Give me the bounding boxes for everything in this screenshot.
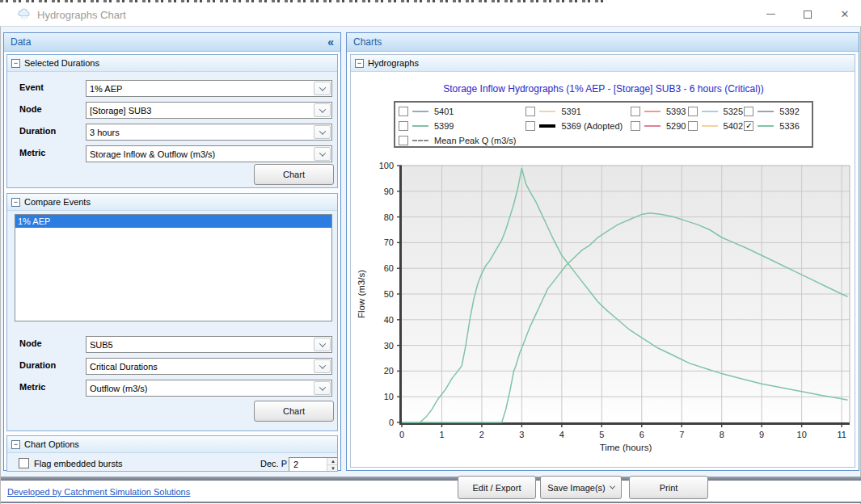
window-title: Hydrographs Chart bbox=[37, 9, 126, 21]
flag-embedded-bursts-checkbox[interactable] bbox=[19, 458, 29, 468]
collapse-group-icon[interactable]: − bbox=[355, 59, 364, 68]
print-button[interactable]: Print bbox=[629, 476, 708, 499]
node-dropdown-button[interactable] bbox=[314, 103, 331, 117]
data-panel: Data « − Selected Durations Event 1% AEP… bbox=[3, 32, 341, 471]
legend-item: 5402 bbox=[688, 121, 745, 131]
duration-dropdown-button[interactable] bbox=[314, 125, 331, 139]
svg-text:30: 30 bbox=[384, 341, 394, 351]
compare-events-listbox[interactable]: 1% AEP bbox=[15, 214, 332, 321]
legend-line-swatch bbox=[412, 140, 428, 141]
chevron-down-icon bbox=[319, 84, 325, 90]
dec-p-spinner[interactable]: 2 ▲ ▼ bbox=[289, 457, 338, 472]
svg-text:5: 5 bbox=[599, 430, 604, 439]
compare-events-title: Compare Events bbox=[24, 197, 91, 207]
window-bottom-border bbox=[1, 502, 861, 503]
duration-combobox[interactable]: 3 hours bbox=[86, 124, 332, 141]
chart-button-durations[interactable]: Chart bbox=[254, 164, 334, 185]
compare-metric-label: Metric bbox=[19, 382, 45, 392]
event-value: 1% AEP bbox=[87, 84, 313, 94]
close-button[interactable]: ✕ bbox=[828, 2, 861, 26]
legend-label: 5325 bbox=[724, 107, 743, 116]
spinner-up-icon[interactable]: ▲ bbox=[327, 458, 338, 465]
chevron-down-icon bbox=[319, 128, 325, 134]
legend-line-swatch bbox=[758, 111, 774, 112]
compare-events-group: − Compare Events 1% AEP Node SUB5 Durati… bbox=[6, 193, 338, 431]
svg-text:11: 11 bbox=[837, 430, 846, 439]
collapse-group-icon[interactable]: − bbox=[11, 59, 20, 68]
window-body: Data « − Selected Durations Event 1% AEP… bbox=[0, 27, 861, 504]
legend-label: 5399 bbox=[434, 121, 454, 131]
event-label: Event bbox=[19, 82, 44, 92]
compare-node-combobox[interactable]: SUB5 bbox=[86, 336, 332, 353]
spinner-down-icon[interactable]: ▼ bbox=[327, 465, 338, 472]
legend-checkbox[interactable] bbox=[399, 136, 408, 145]
chevron-down-icon bbox=[319, 106, 325, 112]
event-dropdown-button[interactable] bbox=[314, 82, 331, 95]
chart-area: Storage Inflow Hydrographs (1% AEP - [St… bbox=[353, 74, 854, 466]
chevron-down-icon bbox=[319, 340, 325, 346]
svg-text:6: 6 bbox=[639, 430, 644, 439]
chevron-down-icon bbox=[319, 362, 325, 368]
legend-checkbox[interactable] bbox=[525, 121, 535, 131]
selected-durations-header: − Selected Durations bbox=[7, 55, 337, 72]
chart-title: Storage Inflow Hydrographs (1% AEP - [St… bbox=[353, 83, 854, 94]
legend-checkbox[interactable] bbox=[631, 121, 640, 131]
svg-text:80: 80 bbox=[384, 212, 394, 222]
compare-node-dropdown-button[interactable] bbox=[314, 338, 331, 351]
legend-line-swatch bbox=[644, 111, 661, 112]
legend-checkbox[interactable] bbox=[631, 107, 640, 116]
svg-text:50: 50 bbox=[384, 289, 394, 299]
legend-line-swatch bbox=[702, 125, 718, 127]
legend-item: 5369 (Adopted) bbox=[525, 121, 631, 131]
legend-checkbox[interactable] bbox=[744, 107, 753, 116]
collapse-panel-icon[interactable]: « bbox=[327, 36, 334, 48]
selected-durations-title: Selected Durations bbox=[24, 58, 99, 68]
compare-duration-combobox[interactable]: Critical Durations bbox=[86, 358, 332, 375]
legend-line-swatch bbox=[412, 111, 428, 112]
legend-checkbox[interactable]: ✓ bbox=[744, 121, 753, 131]
svg-text:70: 70 bbox=[384, 237, 394, 247]
collapse-group-icon[interactable]: − bbox=[11, 198, 20, 207]
compare-metric-value: Outflow (m3/s) bbox=[87, 384, 313, 393]
chart-legend: 5401539153935325539253995369 (Adopted)52… bbox=[394, 101, 813, 148]
flag-embedded-bursts-label: Flag embedded bursts bbox=[34, 459, 122, 468]
collapse-group-icon[interactable]: − bbox=[11, 440, 20, 449]
minimize-button[interactable] bbox=[753, 2, 787, 26]
legend-checkbox[interactable] bbox=[688, 107, 698, 116]
maximize-button[interactable] bbox=[791, 2, 825, 26]
y-axis-title: Flow (m3/s) bbox=[357, 270, 366, 318]
data-panel-header: Data « bbox=[4, 33, 340, 52]
dec-p-value[interactable]: 2 bbox=[289, 458, 327, 472]
legend-label: 5369 (Adopted) bbox=[561, 121, 623, 131]
legend-checkbox[interactable] bbox=[688, 121, 698, 131]
save-images-button[interactable]: Save Image(s) bbox=[540, 476, 622, 499]
metric-label: Metric bbox=[19, 148, 45, 158]
metric-combobox[interactable]: Storage Inflow & Outflow (m3/s) bbox=[86, 145, 332, 162]
compare-duration-label: Duration bbox=[19, 360, 56, 370]
charts-panel-header: Charts bbox=[347, 33, 859, 52]
compare-events-list-item[interactable]: 1% AEP bbox=[15, 215, 331, 228]
legend-checkbox[interactable] bbox=[525, 107, 535, 116]
duration-label: Duration bbox=[19, 126, 56, 136]
edit-export-button[interactable]: Edit / Export bbox=[458, 476, 536, 499]
legend-label: 5336 bbox=[779, 121, 799, 131]
selected-durations-group: − Selected Durations Event 1% AEP Node [… bbox=[6, 54, 338, 188]
node-value: [Storage] SUB3 bbox=[87, 106, 313, 116]
chart-button-compare[interactable]: Chart bbox=[254, 401, 334, 422]
compare-duration-dropdown-button[interactable] bbox=[314, 359, 331, 373]
legend-line-swatch bbox=[412, 125, 428, 127]
chart-control: − Hydrographs Storage Inflow Hydrographs… bbox=[350, 54, 855, 468]
developer-link[interactable]: Developed by Catchment Simulation Soluti… bbox=[7, 487, 190, 497]
event-combobox[interactable]: 1% AEP bbox=[86, 80, 332, 97]
data-panel-title: Data bbox=[11, 36, 31, 48]
legend-label: 5290 bbox=[666, 121, 686, 131]
legend-label: 5393 bbox=[666, 107, 686, 116]
legend-line-swatch bbox=[539, 111, 555, 112]
title-bar: Hydrographs Chart ✕ bbox=[0, 2, 861, 27]
node-combobox[interactable]: [Storage] SUB3 bbox=[86, 102, 332, 119]
legend-checkbox[interactable] bbox=[399, 107, 408, 116]
legend-checkbox[interactable] bbox=[399, 121, 408, 131]
compare-metric-combobox[interactable]: Outflow (m3/s) bbox=[86, 380, 332, 397]
compare-metric-dropdown-button[interactable] bbox=[314, 381, 331, 395]
metric-dropdown-button[interactable] bbox=[314, 147, 331, 161]
